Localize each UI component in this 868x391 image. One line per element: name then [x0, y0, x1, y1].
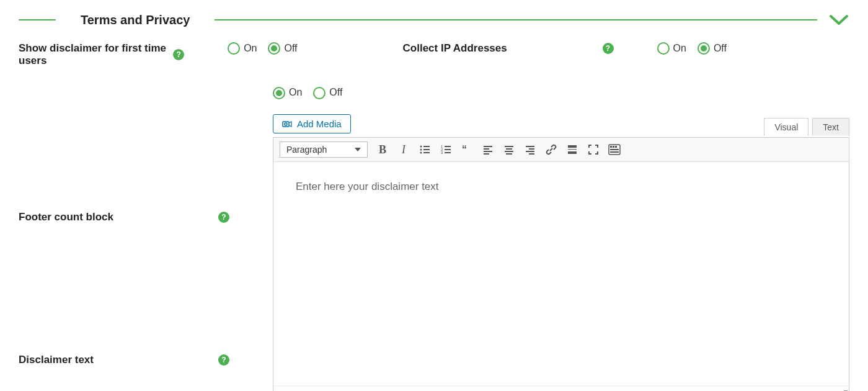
radio-label-off: Off	[284, 43, 297, 54]
svg-rect-34	[610, 149, 619, 150]
svg-rect-17	[484, 151, 492, 152]
collect-ip-on-radio[interactable]	[657, 42, 670, 55]
svg-rect-33	[615, 146, 617, 148]
svg-rect-24	[529, 148, 534, 150]
svg-rect-11	[445, 149, 451, 150]
tab-text[interactable]: Text	[812, 118, 849, 136]
svg-point-2	[420, 146, 422, 148]
svg-rect-27	[568, 145, 577, 148]
svg-rect-28	[568, 149, 577, 150]
svg-rect-32	[613, 146, 614, 148]
media-icon	[282, 119, 292, 129]
footer-count-off-radio[interactable]	[313, 87, 326, 99]
svg-rect-20	[506, 148, 512, 150]
align-center-button[interactable]	[503, 143, 515, 156]
editor-toolbar: Paragraph B I 123	[273, 138, 849, 162]
format-select[interactable]: Paragraph	[280, 142, 368, 158]
help-icon[interactable]: ?	[218, 212, 229, 223]
svg-rect-29	[568, 151, 577, 154]
svg-text:“: “	[462, 144, 467, 155]
svg-text:3: 3	[441, 151, 443, 155]
show-disclaimer-label: Show disclaimer for first time users	[19, 42, 173, 67]
svg-point-6	[420, 152, 422, 154]
section-title: Terms and Privacy	[56, 13, 215, 27]
section-header: Terms and Privacy	[19, 12, 849, 27]
collapse-toggle[interactable]	[828, 12, 849, 27]
svg-rect-26	[529, 153, 534, 155]
svg-rect-5	[423, 149, 430, 150]
add-media-label: Add Media	[297, 119, 342, 129]
radio-label-off: Off	[714, 43, 727, 54]
svg-rect-25	[526, 151, 534, 152]
blockquote-button[interactable]: “	[461, 143, 473, 156]
svg-rect-35	[610, 151, 619, 153]
help-icon[interactable]: ?	[173, 49, 184, 60]
show-disclaimer-on-radio[interactable]	[228, 42, 240, 55]
show-disclaimer-off-radio[interactable]	[268, 42, 280, 55]
svg-rect-13	[445, 152, 451, 153]
italic-button[interactable]: I	[397, 143, 410, 156]
radio-label-off: Off	[329, 87, 342, 98]
read-more-button[interactable]	[566, 143, 578, 156]
resize-handle[interactable]	[841, 389, 848, 391]
svg-rect-7	[423, 152, 430, 153]
disclaimer-text-input[interactable]: Enter here your disclaimer text	[273, 162, 849, 385]
svg-rect-3	[423, 146, 430, 147]
radio-label-on: On	[673, 43, 686, 54]
svg-rect-9	[445, 146, 451, 147]
chevron-down-icon	[355, 148, 361, 151]
svg-rect-31	[610, 146, 612, 148]
link-button[interactable]	[545, 143, 557, 156]
align-left-button[interactable]	[482, 143, 494, 156]
fullscreen-button[interactable]	[587, 143, 600, 156]
disclaimer-text-label: Disclaimer text	[19, 354, 94, 366]
svg-point-1	[285, 123, 287, 125]
footer-count-label: Footer count block	[19, 211, 113, 223]
collect-ip-off-radio[interactable]	[698, 42, 710, 55]
svg-rect-18	[484, 153, 489, 155]
svg-rect-16	[484, 148, 489, 150]
radio-label-on: On	[244, 43, 257, 54]
numbered-list-button[interactable]: 123	[440, 143, 452, 156]
svg-rect-23	[526, 146, 534, 147]
chevron-down-icon	[828, 12, 849, 27]
svg-rect-0	[283, 122, 289, 127]
toolbar-toggle-button[interactable]	[608, 143, 621, 156]
bullet-list-button[interactable]	[418, 143, 431, 156]
rich-text-editor: Paragraph B I 123	[273, 137, 849, 391]
tab-visual[interactable]: Visual	[764, 118, 808, 136]
svg-rect-19	[505, 146, 513, 147]
divider-left	[19, 19, 56, 20]
footer-count-on-radio[interactable]	[273, 87, 285, 99]
align-right-button[interactable]	[524, 143, 536, 156]
svg-rect-21	[505, 151, 513, 152]
svg-point-4	[420, 149, 422, 151]
svg-rect-15	[484, 146, 492, 147]
svg-rect-22	[506, 153, 512, 155]
editor-statusbar	[273, 385, 849, 391]
format-select-value: Paragraph	[286, 145, 327, 155]
add-media-button[interactable]: Add Media	[273, 114, 351, 133]
collect-ip-label: Collect IP Addresses	[403, 42, 507, 55]
help-icon[interactable]: ?	[603, 43, 614, 54]
radio-label-on: On	[289, 87, 302, 98]
divider-right	[215, 19, 817, 20]
bold-button[interactable]: B	[376, 143, 389, 156]
help-icon[interactable]: ?	[218, 354, 229, 366]
